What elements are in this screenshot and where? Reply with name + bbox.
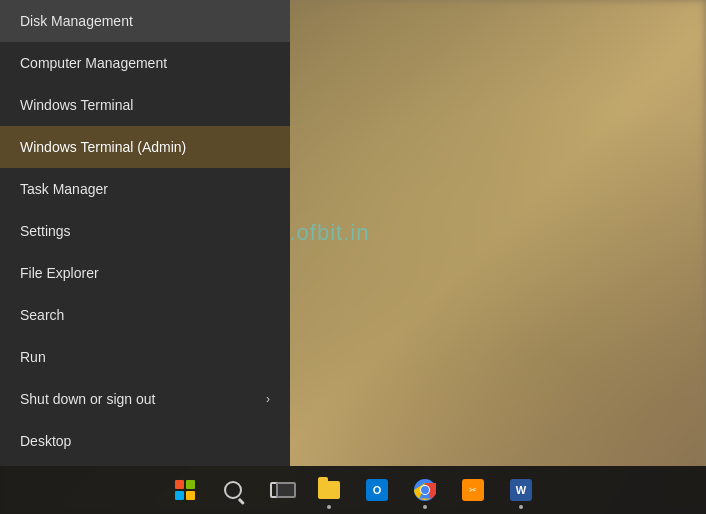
outlook-icon: O [366,479,388,501]
menu-item-label: Shut down or sign out [20,391,155,407]
menu-item-label: File Explorer [20,265,99,281]
menu-item-search[interactable]: Search [0,294,290,336]
word-button[interactable]: W [499,468,543,512]
menu-item-file-explorer[interactable]: File Explorer [0,252,290,294]
menu-item-windows-terminal[interactable]: Windows Terminal [0,84,290,126]
word-icon: W [510,479,532,501]
search-icon [224,481,242,499]
active-dot [423,505,427,509]
menu-item-run[interactable]: Run [0,336,290,378]
menu-item-disk-management[interactable]: Disk Management [0,0,290,42]
windows-logo-icon [175,480,195,500]
menu-item-shut-down[interactable]: Shut down or sign out› [0,378,290,420]
chrome-icon [414,479,436,501]
menu-item-label: Windows Terminal (Admin) [20,139,186,155]
task-view-button[interactable] [259,468,303,512]
snip-button[interactable]: ✂ [451,468,495,512]
submenu-chevron-icon: › [266,392,270,406]
menu-item-label: Settings [20,223,71,239]
menu-item-task-manager[interactable]: Task Manager [0,168,290,210]
active-dot [327,505,331,509]
search-button[interactable] [211,468,255,512]
chrome-button[interactable] [403,468,447,512]
menu-item-label: Search [20,307,64,323]
menu-item-label: Computer Management [20,55,167,71]
start-button[interactable] [163,468,207,512]
context-menu: Disk ManagementComputer ManagementWindow… [0,0,290,466]
snip-icon: ✂ [462,479,484,501]
outlook-button[interactable]: O [355,468,399,512]
menu-item-label: Desktop [20,433,71,449]
menu-item-settings[interactable]: Settings [0,210,290,252]
menu-item-desktop[interactable]: Desktop [0,420,290,462]
taskbar: O ✂ W [0,466,706,514]
folder-icon [318,481,340,499]
menu-item-label: Run [20,349,46,365]
menu-item-label: Disk Management [20,13,133,29]
menu-item-label: Task Manager [20,181,108,197]
svg-point-2 [421,486,429,494]
active-dot [519,505,523,509]
file-explorer-button[interactable] [307,468,351,512]
menu-item-computer-management[interactable]: Computer Management [0,42,290,84]
menu-item-label: Windows Terminal [20,97,133,113]
task-view-icon [270,482,292,498]
menu-item-windows-terminal-admin[interactable]: Windows Terminal (Admin) [0,126,290,168]
